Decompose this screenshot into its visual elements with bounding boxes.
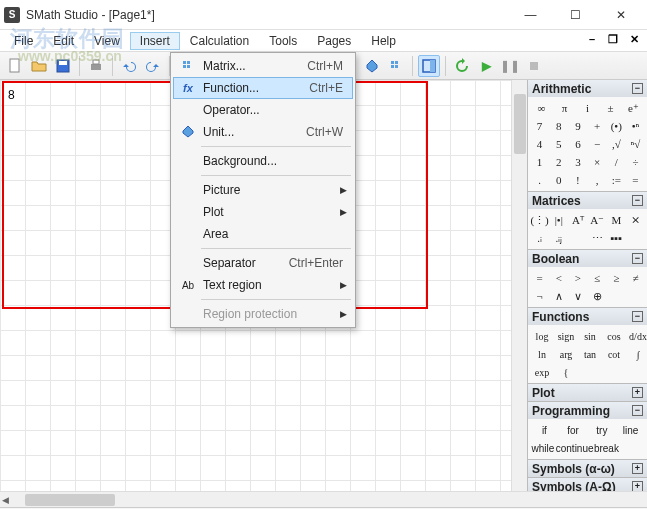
palette-button[interactable]: ± <box>599 99 622 117</box>
palette-button[interactable]: log <box>530 327 554 345</box>
palette-button[interactable]: ⨯ <box>626 211 645 229</box>
palette-button[interactable]: ∫ <box>626 345 647 363</box>
pause-button[interactable]: ❚❚ <box>499 55 521 77</box>
palette-button[interactable]: ∧ <box>549 287 568 305</box>
save-button[interactable] <box>52 55 74 77</box>
palette-button[interactable]: Aᵀ <box>568 211 587 229</box>
palette-button[interactable]: exp <box>530 363 554 381</box>
palette-button[interactable]: ∞ <box>530 99 553 117</box>
palette-button[interactable]: 7 <box>530 117 549 135</box>
palette-button[interactable]: 6 <box>568 135 587 153</box>
palette-button[interactable]: ⁿ√ <box>626 135 645 153</box>
palette-button[interactable]: arg <box>554 345 578 363</box>
menu-item-separator[interactable]: SeparatorCtrl+Enter <box>173 252 353 274</box>
collapse-icon[interactable]: − <box>632 311 643 322</box>
palette-button[interactable]: for <box>559 421 588 439</box>
palette-button[interactable]: .ᵢ <box>530 229 549 247</box>
stop-button[interactable] <box>523 55 545 77</box>
menu-item-plot[interactable]: Plot▶ <box>173 201 353 223</box>
menu-item-function[interactable]: fxFunction...Ctrl+E <box>173 77 353 99</box>
close-button[interactable]: ✕ <box>598 1 643 29</box>
palette-button[interactable]: •ⁿ <box>626 117 645 135</box>
palette-button[interactable]: − <box>588 135 607 153</box>
menu-view[interactable]: View <box>84 32 130 50</box>
collapse-icon[interactable]: − <box>632 83 643 94</box>
palette-button[interactable]: while <box>530 439 556 457</box>
palette-button[interactable]: ln <box>530 345 554 363</box>
palette-button[interactable]: 8 <box>549 117 568 135</box>
maximize-button[interactable]: ☐ <box>553 1 598 29</box>
print-button[interactable] <box>85 55 107 77</box>
palette-button[interactable]: cos <box>602 327 626 345</box>
palette-button[interactable]: > <box>568 269 587 287</box>
palette-button[interactable]: continue <box>556 439 594 457</box>
palette-button[interactable]: sign <box>554 327 578 345</box>
palette-button[interactable]: M <box>607 211 626 229</box>
redo-button[interactable] <box>142 55 164 77</box>
menu-tools[interactable]: Tools <box>259 32 307 50</box>
palette-button[interactable]: := <box>607 171 626 189</box>
palette-button[interactable]: try <box>588 421 617 439</box>
toggle-panel-button[interactable] <box>418 55 440 77</box>
mdi-restore-button[interactable]: ❐ <box>604 31 622 47</box>
palette-button[interactable]: (⋮) <box>530 211 549 229</box>
scroll-thumb-v[interactable] <box>514 94 526 154</box>
palette-button[interactable]: ⊕ <box>588 287 607 305</box>
horizontal-scrollbar[interactable]: ◀ <box>0 491 647 507</box>
palette-button[interactable]: 4 <box>530 135 549 153</box>
collapse-icon[interactable]: − <box>632 195 643 206</box>
palette-button[interactable]: π <box>553 99 576 117</box>
collapse-icon[interactable]: − <box>632 253 643 264</box>
palette-button[interactable]: 0 <box>549 171 568 189</box>
mdi-minimize-button[interactable]: – <box>583 31 601 47</box>
menu-item-picture[interactable]: Picture▶ <box>173 179 353 201</box>
palette-button[interactable]: if <box>530 421 559 439</box>
menu-calculation[interactable]: Calculation <box>180 32 259 50</box>
palette-button[interactable]: 2 <box>549 153 568 171</box>
palette-button[interactable]: , <box>588 171 607 189</box>
menu-item-area[interactable]: Area <box>173 223 353 245</box>
palette-button[interactable]: break <box>594 439 620 457</box>
palette-button[interactable]: ≠ <box>626 269 645 287</box>
palette-button[interactable]: ≥ <box>607 269 626 287</box>
palette-button[interactable]: ! <box>568 171 587 189</box>
menu-help[interactable]: Help <box>361 32 406 50</box>
menu-item-background[interactable]: Background... <box>173 150 353 172</box>
palette-button[interactable]: < <box>549 269 568 287</box>
menu-edit[interactable]: Edit <box>43 32 84 50</box>
minimize-button[interactable]: — <box>508 1 553 29</box>
palette-button[interactable]: |•| <box>549 211 568 229</box>
menu-item-operator[interactable]: Operator... <box>173 99 353 121</box>
palette-button[interactable]: ,√ <box>607 135 626 153</box>
palette-button[interactable]: sin <box>578 327 602 345</box>
palette-button[interactable]: + <box>588 117 607 135</box>
expand-icon[interactable]: + <box>632 463 643 474</box>
palette-button[interactable]: . <box>530 171 549 189</box>
matrix-button[interactable] <box>385 55 407 77</box>
mdi-close-button[interactable]: ✕ <box>625 31 643 47</box>
palette-button[interactable]: 9 <box>568 117 587 135</box>
palette-button[interactable]: 5 <box>549 135 568 153</box>
continue-button[interactable]: ▶ <box>475 55 497 77</box>
palette-button[interactable]: = <box>626 171 645 189</box>
menu-pages[interactable]: Pages <box>307 32 361 50</box>
palette-button[interactable]: i <box>576 99 599 117</box>
palette-button[interactable]: e⁺ <box>622 99 645 117</box>
scroll-thumb-h[interactable] <box>25 494 115 506</box>
menu-item-matrix[interactable]: Matrix...Ctrl+M <box>173 55 353 77</box>
vertical-scrollbar[interactable] <box>511 80 527 491</box>
menu-file[interactable]: File <box>4 32 43 50</box>
palette-button[interactable]: ∨ <box>568 287 587 305</box>
palette-button[interactable]: / <box>607 153 626 171</box>
scroll-left-icon[interactable]: ◀ <box>2 495 9 505</box>
palette-button[interactable]: A⁻ <box>588 211 607 229</box>
collapse-icon[interactable]: − <box>632 405 643 416</box>
palette-button[interactable]: line <box>616 421 645 439</box>
menu-item-unit[interactable]: Unit...Ctrl+W <box>173 121 353 143</box>
menu-insert[interactable]: Insert <box>130 32 180 50</box>
palette-button[interactable]: .ᵢⱼ <box>549 229 568 247</box>
palette-button[interactable]: ÷ <box>626 153 645 171</box>
palette-button[interactable]: ▪▪▪ <box>607 229 626 247</box>
new-button[interactable] <box>4 55 26 77</box>
expand-icon[interactable]: + <box>632 387 643 398</box>
